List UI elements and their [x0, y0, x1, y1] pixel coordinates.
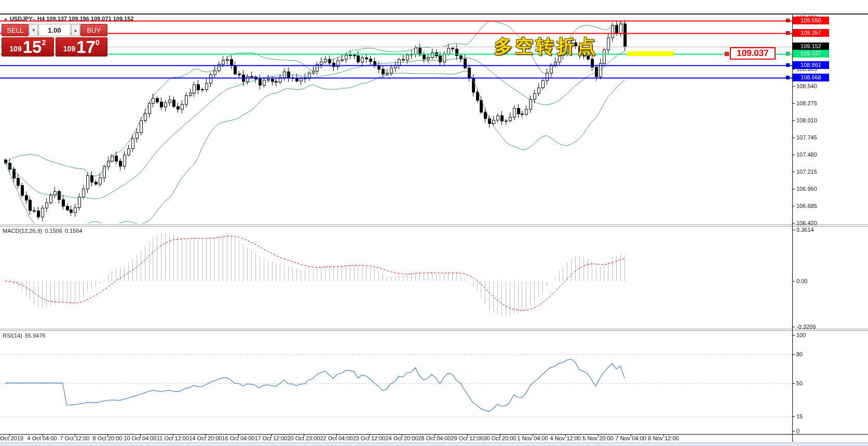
price-callout-label[interactable]: 109.037 — [730, 47, 776, 60]
time-axis-label: 20 Oct 23:00 — [288, 435, 320, 441]
time-axis-label: 7 Nov 04:00 — [615, 435, 646, 441]
time-axis-label: 28 Oct 04:00 — [418, 435, 451, 441]
time-axis-label: 1 Nov 04:00 — [517, 435, 548, 441]
current-price-label: 109.152 — [793, 43, 829, 50]
chart-title-text: USDJPY-, H4 109.137 109.196 109.071 109.… — [10, 16, 134, 22]
volume-decrease-button[interactable]: ▼ — [29, 24, 38, 36]
time-axis-label: 4 Nov 12:00 — [550, 435, 580, 441]
sell-price-prefix: 109 — [9, 45, 21, 53]
one-click-trading-panel: SELL ▼ 1.00 ▲ BUY 109 15 2 109 17 0 — [2, 24, 107, 57]
time-axis-label: 2 Oct 2019 — [0, 435, 23, 441]
chart-title: ▲USDJPY-, H4 109.137 109.196 109.071 109… — [4, 16, 133, 22]
level-line-marker[interactable] — [786, 19, 790, 22]
price-tick-label: 106.685 — [796, 203, 817, 209]
volume-input[interactable]: 1.00 — [38, 24, 71, 36]
level-line-marker[interactable] — [786, 52, 790, 55]
volume-increase-button[interactable]: ▲ — [71, 24, 80, 36]
macd-axis-label: -0.3209 — [796, 324, 816, 330]
time-axis-label: 30 Oct 20:00 — [484, 435, 517, 441]
buy-button[interactable]: BUY — [80, 24, 107, 36]
time-axis-label: 29 Oct 12:00 — [451, 435, 484, 441]
level-price-label: 108.668 — [793, 74, 829, 81]
mt4-application-window: ▥✚新订单◆☻◉⬤自动交易╟╢▮▯≈⊕⊖▦→↦✚▾◷▾▧▾↖┼│─╱∥E≣FAT… — [0, 0, 868, 446]
time-axis-label: 22 Oct 04:00 — [320, 435, 353, 441]
price-tick-label: 106.420 — [796, 220, 817, 226]
time-axis-label: 4 Oct 04:00 — [28, 435, 57, 441]
time-axis-label: 7 Oct 12:00 — [60, 435, 90, 441]
window-bottom-edge — [0, 442, 868, 446]
time-axis-label: 5 Nov 20:00 — [582, 435, 613, 441]
level-line-marker[interactable] — [786, 31, 790, 35]
rsi-name: RSI(14) — [3, 332, 22, 339]
price-tick-label: 107.480 — [796, 151, 817, 158]
turning-point-annotation: 多空转折点 — [494, 34, 598, 59]
level-price-label: 109.357 — [793, 29, 829, 37]
buy-price-button[interactable]: 109 17 0 — [56, 37, 108, 57]
time-axis-label: 14 Oct 20:00 — [189, 435, 222, 441]
macd-axis-label: 0.00 — [796, 278, 807, 284]
macd-indicator-label: MACD(12,26,9)0.15060.1564 — [3, 228, 83, 234]
time-axis-label: 11 Oct 12:00 — [157, 435, 189, 441]
price-tick-label: 107.745 — [796, 134, 817, 141]
rsi-value: 55.9476 — [25, 332, 46, 339]
macd-name: MACD(12,26,9) — [3, 228, 42, 234]
level-price-label: 108.861 — [793, 61, 829, 69]
time-axis-label: 16 Oct 04:00 — [222, 435, 255, 441]
price-tick-label: 106.950 — [796, 186, 817, 192]
callout-anchor-marker[interactable] — [725, 52, 729, 56]
rsi-axis-label: 15 — [796, 413, 803, 420]
symbol-marker-icon: ▲ — [4, 17, 8, 21]
price-tick-label: 108.275 — [796, 100, 817, 106]
level-price-label: 109.550 — [793, 17, 829, 24]
macd-value-1: 0.1506 — [45, 228, 62, 234]
rsi-axis-label: 50 — [796, 380, 803, 386]
buy-price-sup: 0 — [96, 38, 100, 47]
level-line-marker[interactable] — [786, 63, 790, 67]
time-axis-label: 10 Oct 04:00 — [124, 435, 157, 441]
time-axis-label: 24 Oct 20:00 — [386, 435, 418, 441]
buy-price-big: 17 — [76, 39, 96, 55]
price-tick-label: 108.540 — [796, 83, 817, 89]
price-tick-label: 107.215 — [796, 169, 817, 175]
price-tick-label: 108.010 — [796, 117, 817, 123]
time-axis-label: 23 Oct 12:00 — [353, 435, 386, 441]
time-axis-label: 17 Oct 12:00 — [255, 435, 288, 441]
rsi-indicator-label: RSI(14)55.9476 — [3, 332, 46, 339]
sell-button[interactable]: SELL — [2, 24, 29, 36]
rsi-axis-label: 100 — [796, 332, 806, 338]
rsi-axis-label: 0 — [796, 428, 799, 434]
sell-price-sup: 2 — [42, 38, 46, 47]
level-price-label: 109.037 — [793, 50, 829, 58]
sell-price-button[interactable]: 109 15 2 — [2, 37, 54, 57]
macd-value-2: 0.1564 — [65, 228, 83, 234]
price-chart-canvas[interactable] — [0, 0, 868, 446]
sell-price-big: 15 — [23, 39, 42, 55]
level-line-marker[interactable] — [786, 76, 790, 79]
macd-axis-label: 0.3614 — [796, 227, 814, 233]
rsi-axis-label: 80 — [796, 351, 803, 357]
time-axis-label: 8 Nov 12:00 — [648, 435, 679, 441]
time-axis-label: 8 Oct 20:00 — [93, 435, 123, 441]
buy-price-prefix: 109 — [63, 45, 75, 53]
